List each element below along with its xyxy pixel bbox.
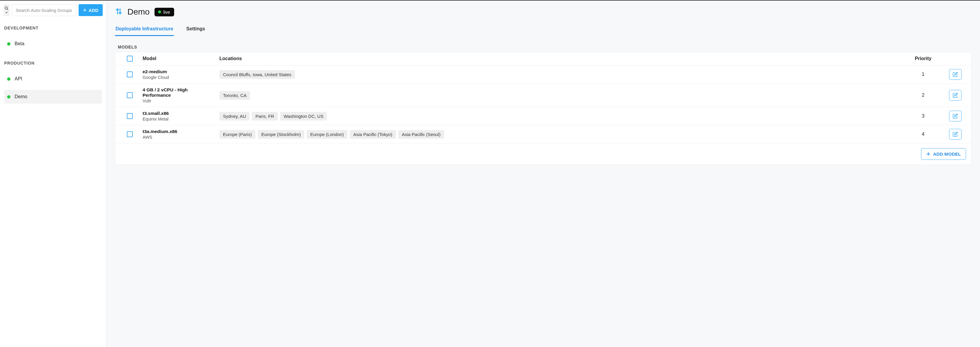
model-name: e2-medium <box>143 69 217 75</box>
status-badge: live <box>154 8 175 16</box>
sidebar-item-beta[interactable]: Beta <box>4 37 102 51</box>
model-name: 4 GB / 2 vCPU - High Performance <box>143 87 217 98</box>
locations-cell: Europe (Paris)Europe (Stockholm)Europe (… <box>220 130 903 138</box>
row-checkbox[interactable] <box>127 131 133 137</box>
sidebar-item-label: Demo <box>14 94 27 99</box>
add-button[interactable]: ADD <box>79 4 103 16</box>
svg-line-1 <box>7 9 8 10</box>
select-all-checkbox[interactable] <box>127 56 133 62</box>
location-chip: Asia Pacific (Seoul) <box>398 130 444 138</box>
table-row: 4 GB / 2 vCPU - High Performance Vultr T… <box>115 84 971 107</box>
edit-icon <box>953 72 958 77</box>
model-name: t3.small.x86 <box>143 111 217 116</box>
main-content: Demo live Deployable Infrastructure Sett… <box>107 1 980 347</box>
row-checkbox[interactable] <box>127 72 133 77</box>
edit-button[interactable] <box>949 111 961 121</box>
edit-button[interactable] <box>949 69 961 80</box>
location-chip: Asia Pacific (Tokyo) <box>350 130 396 138</box>
edit-icon <box>953 132 958 137</box>
priority-value: 1 <box>905 72 941 77</box>
location-chip: Europe (Paris) <box>220 130 255 138</box>
model-name: t3a.medium.x86 <box>143 129 217 134</box>
locations-cell: Toronto, CA <box>220 91 903 100</box>
models-table-header: Model Locations Priority <box>115 52 971 65</box>
sidebar-item-api[interactable]: API <box>4 72 102 86</box>
sidebar: ADD DEVELOPMENT Beta PRODUCTION API Demo <box>0 1 107 347</box>
location-chip: Washington DC, US <box>280 112 327 121</box>
status-dot-icon <box>158 10 161 13</box>
status-dot-icon <box>7 95 10 99</box>
location-chip: Europe (London) <box>307 130 347 138</box>
model-provider: Equinix Metal <box>143 117 217 121</box>
column-header-model: Model <box>143 56 217 61</box>
locations-cell: Sydney, AUParis, FRWashington DC, US <box>220 112 903 121</box>
page-header: Demo live <box>115 7 972 17</box>
status-badge-label: live <box>164 10 170 14</box>
sort-arrows-icon <box>115 8 123 16</box>
column-header-locations: Locations <box>220 56 903 61</box>
plus-icon <box>83 8 87 12</box>
column-header-priority: Priority <box>905 56 941 61</box>
table-row: t3a.medium.x86 AWS Europe (Paris)Europe … <box>115 125 971 143</box>
table-row: e2-medium Google Cloud Council Bluffs, I… <box>115 65 971 84</box>
search-sort-toggle[interactable] <box>3 4 10 16</box>
priority-value: 3 <box>905 113 941 119</box>
location-chip: Sydney, AU <box>220 112 250 121</box>
priority-value: 4 <box>905 132 941 137</box>
search-icon <box>5 6 9 10</box>
edit-icon <box>953 92 958 98</box>
model-provider: Google Cloud <box>143 75 217 80</box>
add-button-label: ADD <box>89 8 99 13</box>
sidebar-item-label: API <box>14 76 22 81</box>
add-model-button[interactable]: ADD MODEL <box>921 148 966 160</box>
models-panel-footer: ADD MODEL <box>115 143 971 165</box>
status-dot-icon <box>7 42 10 46</box>
locations-cell: Council Bluffs, Iowa, United States <box>220 70 903 79</box>
sidebar-section-production: PRODUCTION <box>0 55 106 68</box>
tabs: Deployable Infrastructure Settings <box>115 24 972 36</box>
search-input[interactable] <box>12 4 76 16</box>
location-chip: Toronto, CA <box>220 91 250 100</box>
edit-button[interactable] <box>949 129 961 140</box>
chevron-down-icon <box>5 11 8 14</box>
edit-button[interactable] <box>949 90 961 100</box>
sidebar-top: ADD <box>0 4 106 20</box>
model-provider: Vultr <box>143 99 217 103</box>
models-section-label: MODELS <box>118 45 972 49</box>
add-model-button-label: ADD MODEL <box>933 151 961 156</box>
location-chip: Council Bluffs, Iowa, United States <box>220 70 295 79</box>
edit-icon <box>953 113 958 119</box>
sidebar-section-development: DEVELOPMENT <box>0 20 106 33</box>
location-chip: Europe (Stockholm) <box>258 130 305 138</box>
location-chip: Paris, FR <box>252 112 278 121</box>
sidebar-item-label: Beta <box>14 41 24 46</box>
priority-value: 2 <box>905 92 941 98</box>
table-row: t3.small.x86 Equinix Metal Sydney, AUPar… <box>115 107 971 125</box>
sidebar-item-demo[interactable]: Demo <box>4 90 102 103</box>
page-title: Demo <box>127 7 150 17</box>
tab-settings[interactable]: Settings <box>186 24 206 36</box>
tab-deployable-infrastructure[interactable]: Deployable Infrastructure <box>115 24 174 36</box>
row-checkbox[interactable] <box>127 92 133 98</box>
models-panel: Model Locations Priority e2-medium Googl… <box>115 52 972 165</box>
model-provider: AWS <box>143 135 217 140</box>
plus-icon <box>926 152 931 156</box>
status-dot-icon <box>7 77 10 81</box>
row-checkbox[interactable] <box>127 113 133 119</box>
